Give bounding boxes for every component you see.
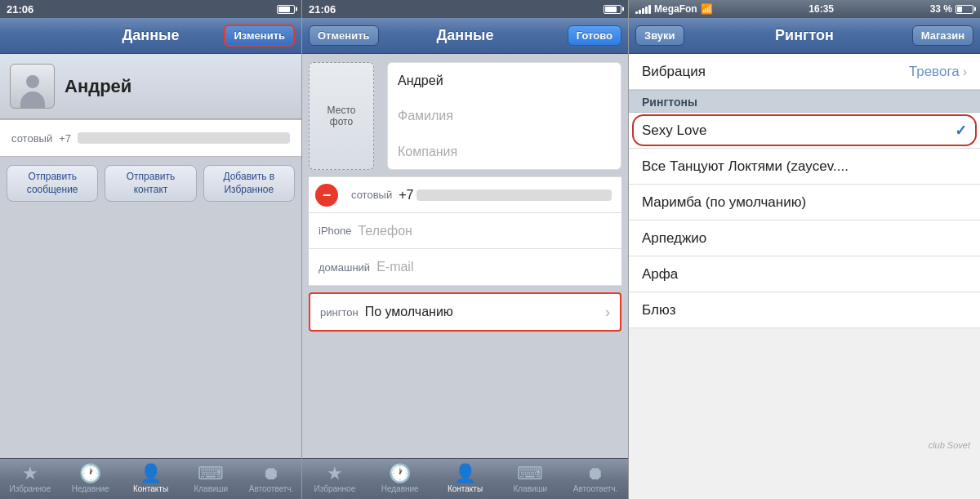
status-time-1: 21:06 xyxy=(7,3,33,16)
keyboard-icon-2: ⌨ xyxy=(517,465,543,483)
ringtone-name-vse-tantsuyut: Все Танцуют Локтями (zaycev.... xyxy=(642,158,967,175)
nav-title-2: Данные xyxy=(437,27,494,44)
phone-prefix-1: +7 xyxy=(59,132,71,145)
ringtone-section[interactable]: рингтон По умолчанию › xyxy=(309,292,621,332)
tab-favorites-2[interactable]: ★ Избранное xyxy=(302,465,368,493)
chevron-right-icon: › xyxy=(605,304,610,321)
tab-voicemail-label-1: Автоответч. xyxy=(249,484,294,493)
info-section-1: сотовый +7 xyxy=(0,119,301,157)
status-time-3: 16:35 xyxy=(808,3,834,15)
tab-recents-1[interactable]: 🕐 Недавние xyxy=(60,465,121,493)
tab-favorites-label-2: Избранное xyxy=(314,484,356,493)
keyboard-icon-1: ⌨ xyxy=(198,465,224,483)
photo-placeholder-line2: фото xyxy=(330,116,353,127)
photo-placeholder[interactable]: Место фото xyxy=(309,62,374,170)
ringtone-name-marimba: Маримба (по умолчанию) xyxy=(642,194,967,211)
voicemail-icon-2: ⏺ xyxy=(586,465,604,483)
tab-favorites-label-1: Избранное xyxy=(10,484,51,493)
iphone-placeholder[interactable]: Телефон xyxy=(358,224,412,238)
ringtone-name-sexy-love: Sexy Love xyxy=(642,123,955,139)
status-time-2: 21:06 xyxy=(309,3,336,16)
tab-keyboard-2[interactable]: ⌨ Клавиши xyxy=(497,465,563,493)
name-fields: Андрей Фамилия Компания xyxy=(387,62,621,170)
last-name-field[interactable]: Фамилия xyxy=(387,98,621,134)
ringtone-item-sexy-love[interactable]: Sexy Love ✓ xyxy=(629,113,980,149)
tab-favorites-1[interactable]: ★ Избранное xyxy=(0,465,60,493)
send-contact-button[interactable]: Отправитьконтакт xyxy=(105,165,196,202)
checkmark-icon: ✓ xyxy=(955,122,967,140)
email-placeholder[interactable]: E-mail xyxy=(376,260,413,274)
ringtone-name-arpeggio: Арпеджио xyxy=(642,230,967,247)
tab-bar-1: ★ Избранное 🕐 Недавние 👤 Контакты ⌨ Клав… xyxy=(0,458,301,499)
edit-button-1[interactable]: Изменить xyxy=(224,25,295,47)
iphone-row: iPhone Телефон xyxy=(309,213,621,249)
sounds-button[interactable]: Звуки xyxy=(635,25,684,46)
panel-edit-view: 21:06 Отменить Данные Готово Место фото … xyxy=(302,0,629,499)
ringtone-item-marimba[interactable]: Маримба (по умолчанию) xyxy=(629,185,980,221)
nav-title-3: Рингтон xyxy=(775,27,834,44)
bar1 xyxy=(635,11,638,14)
ringtone-label: рингтон xyxy=(320,306,359,319)
status-bar-2: 21:06 xyxy=(302,0,628,18)
wifi-icon: 📶 xyxy=(701,3,713,15)
cancel-button[interactable]: Отменить xyxy=(309,25,379,46)
carrier-signal: MegaFon 📶 xyxy=(635,3,713,15)
tab-recents-label-1: Недавние xyxy=(72,484,109,493)
tab-voicemail-1[interactable]: ⏺ Автоответч. xyxy=(241,465,301,493)
first-name-field[interactable]: Андрей xyxy=(387,62,621,98)
tab-contacts-label-1: Контакты xyxy=(133,484,168,493)
done-button[interactable]: Готово xyxy=(568,25,621,46)
delete-phone-button[interactable]: − xyxy=(315,184,338,207)
iphone-label: iPhone xyxy=(318,225,358,237)
signal-bars-icon xyxy=(635,4,651,14)
ringtone-name-arfa: Арфа xyxy=(642,266,967,283)
carrier-name: MegaFon xyxy=(654,3,697,15)
avatar-silhouette xyxy=(17,72,48,108)
add-favorite-button[interactable]: Добавить вИзбранное xyxy=(203,165,295,202)
nav-title-1: Данные xyxy=(122,27,180,44)
ringtone-row[interactable]: рингтон По умолчанию › xyxy=(310,294,620,330)
tab-keyboard-1[interactable]: ⌨ Клавиши xyxy=(180,465,241,493)
avatar xyxy=(10,64,55,109)
tab-recents-2[interactable]: 🕐 Недавние xyxy=(368,465,433,493)
status-bar-1: 21:06 xyxy=(0,0,301,18)
phone-label-2: сотовый xyxy=(345,189,399,201)
tab-contacts-2[interactable]: 👤 Контакты xyxy=(433,465,498,493)
bar4 xyxy=(645,7,648,14)
ringtone-item-arpeggio[interactable]: Арпеджио xyxy=(629,221,980,256)
battery-icon-2 xyxy=(604,5,621,14)
nav-bar-3: Звуки Рингтон Магазин xyxy=(629,18,980,54)
last-name-placeholder: Фамилия xyxy=(398,109,453,123)
battery-icon-3 xyxy=(956,5,973,14)
ringtone-item-blues[interactable]: Блюз xyxy=(629,292,980,328)
tab-contacts-label-2: Контакты xyxy=(448,484,483,493)
send-message-button[interactable]: Отправитьсообщение xyxy=(7,165,98,202)
vibration-row[interactable]: Вибрация Тревога › xyxy=(629,54,980,90)
ringtone-item-vse-tantsuyut[interactable]: Все Танцуют Локтями (zaycev.... xyxy=(629,149,980,185)
company-field[interactable]: Компания xyxy=(387,134,621,170)
clock-icon-2: 🕐 xyxy=(389,465,411,483)
nav-bar-1: Данные Изменить xyxy=(0,18,301,54)
phone-prefix-2: +7 xyxy=(399,188,413,203)
ringtones-list: Sexy Love ✓ Все Танцуют Локтями (zaycev.… xyxy=(629,113,980,328)
status-icons-1 xyxy=(277,5,295,14)
vibration-chevron-icon: › xyxy=(963,65,967,79)
ringtone-item-arfa[interactable]: Арфа xyxy=(629,256,980,292)
contact-name-1: Андрей xyxy=(65,76,131,97)
tab-recents-label-2: Недавние xyxy=(381,484,419,493)
ringtone-name-blues: Блюз xyxy=(642,302,967,319)
bar3 xyxy=(642,8,644,14)
person-icon-1: 👤 xyxy=(140,465,162,483)
tab-keyboard-label-1: Клавиши xyxy=(194,484,228,493)
battery-pct-3: 33 % xyxy=(930,3,952,15)
store-button[interactable]: Магазин xyxy=(912,25,973,46)
tab-bar-2: ★ Избранное 🕐 Недавние 👤 Контакты ⌨ Клав… xyxy=(302,458,628,499)
star-icon-1: ★ xyxy=(22,465,38,483)
nav-bar-2: Отменить Данные Готово xyxy=(302,18,628,54)
tab-voicemail-2[interactable]: ⏺ Автоответч. xyxy=(563,465,628,493)
bar2 xyxy=(639,10,641,14)
phone-section: − сотовый +7 iPhone Телефон домашний E-m… xyxy=(309,176,621,286)
first-name-value: Андрей xyxy=(398,74,443,88)
tab-contacts-1[interactable]: 👤 Контакты xyxy=(121,465,181,493)
clock-icon-1: 🕐 xyxy=(79,465,101,483)
